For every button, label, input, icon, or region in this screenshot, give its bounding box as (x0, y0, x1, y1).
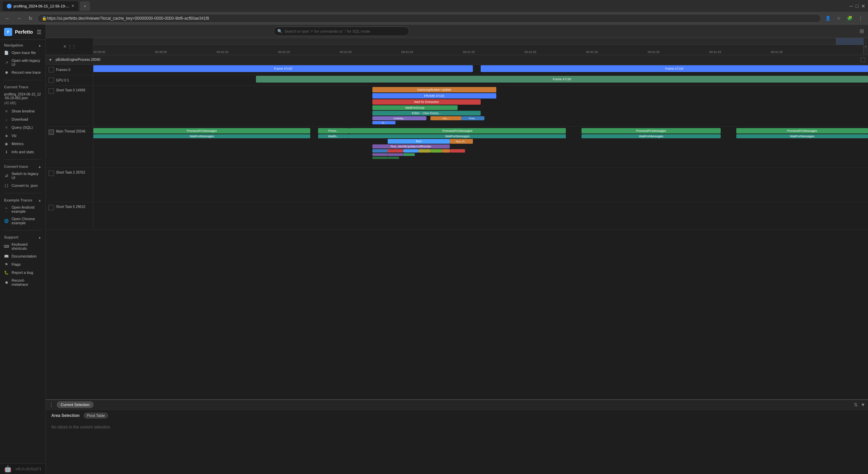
bar-sha-b[interactable] (388, 153, 403, 156)
short2-canvas[interactable] (93, 168, 868, 202)
bar-d3[interactable] (442, 149, 450, 153)
sidebar-item-keyboard[interactable]: ⌨ Keyboard shortcuts (0, 241, 45, 252)
menu-btn[interactable]: ⋮ (856, 14, 865, 23)
sidebar-item-info-stats[interactable]: ℹ Info and stats (0, 148, 45, 156)
filter-icon[interactable]: ⇅ (854, 402, 858, 407)
frame-bar-47134[interactable]: Frame 47134 (481, 65, 868, 72)
bar-proc-mid[interactable]: Proce... (318, 128, 349, 134)
sidebar-item-viz[interactable]: ◈ Viz (0, 131, 45, 140)
current-selection-tab[interactable]: Current Selection (57, 401, 94, 408)
bar-waitfor4[interactable]: WaitForMessages (736, 134, 868, 138)
bar-waitfor-mid[interactable]: Waitfo... (318, 134, 349, 138)
new-tab-btn[interactable]: + (80, 1, 90, 11)
hamburger-btn[interactable]: ☰ (37, 29, 41, 35)
bar-run[interactable]: Run (388, 139, 450, 144)
bar-ipc3[interactable]: ProcessIPCMessages (581, 128, 721, 134)
sidebar-item-flags[interactable]: ⚑ Flags (0, 260, 45, 268)
gpu-pin[interactable] (49, 77, 54, 83)
bar-runfin[interactable]: Run_Fi... (450, 139, 473, 144)
bar-waitfor3[interactable]: WaitForMessages (581, 134, 721, 138)
track-row-short6: Short Task 6 29610 (46, 202, 868, 230)
bar-red1[interactable] (403, 149, 419, 153)
bar-d2[interactable] (430, 149, 442, 153)
expand-down-icon[interactable]: ▼ (861, 402, 865, 407)
bar-gameapp[interactable]: GameApplication Update (372, 87, 496, 92)
collapse-arrow[interactable]: ▼ (49, 58, 52, 62)
main-pin[interactable] (49, 129, 54, 135)
convert-toggle[interactable]: ▲ (38, 165, 41, 169)
bar-waitforgroup[interactable]: WaitForGroup (372, 105, 458, 110)
collapse-icon[interactable]: ✕ (63, 44, 67, 49)
docs-icon: 📖 (4, 254, 9, 259)
sidebar-item-metatrace[interactable]: ⏺ Record-metatrace (0, 277, 45, 288)
track-label-frames: Frames 0 (46, 65, 93, 75)
track-scroll-area[interactable]: ▼ plEditorEngineProcess 28340 Frames 0 F… (46, 55, 868, 399)
process-group-header[interactable]: ▼ plEditorEngineProcess 28340 (46, 55, 868, 65)
sidebar-item-record[interactable]: ⏺ Record new trace (0, 68, 45, 76)
gpu-canvas[interactable]: Frame 47130 (93, 75, 868, 85)
main-canvas[interactable]: ProcessIPCMessages WaitForMessages Proce… (93, 127, 868, 168)
profile-btn[interactable]: 👤 (823, 14, 833, 23)
sidebar-item-switch-legacy[interactable]: ⇄ Switch to legacy UI (0, 170, 45, 181)
sidebar-item-convert-json[interactable]: { } Convert to .json (0, 181, 45, 190)
sidebar-item-download[interactable]: ↓ Download (0, 115, 45, 123)
bar-frame47132[interactable]: FRAME 47132 (372, 93, 496, 99)
bar-editorview[interactable]: Editor - View Extrac... (372, 111, 481, 116)
sidebar-item-chrome[interactable]: 🌐 Open Chrome example (0, 215, 45, 227)
bar-ipc4[interactable]: ProcessIPCMessages (736, 128, 868, 134)
nav-toggle[interactable]: ▲ (38, 43, 41, 47)
sidebar-item-report-bug[interactable]: 🐛 Report a bug (0, 268, 45, 277)
short0-canvas[interactable]: GameApplication Update FRAME 47132 Wait … (93, 86, 868, 126)
pivot-table-btn[interactable]: Pivot Table (84, 412, 109, 419)
short2-pin[interactable] (49, 171, 54, 176)
short0-pin[interactable] (49, 88, 54, 94)
sidebar-item-docs[interactable]: 📖 Documentation (0, 252, 45, 260)
bar-ipc2[interactable]: ProcessIPCMessages (349, 128, 566, 134)
frame-bar-47133[interactable]: Frame 47133 (93, 65, 473, 72)
process-pin[interactable] (861, 57, 865, 62)
bar-waitextraction[interactable]: Wait for Extraction (372, 99, 481, 105)
short6-canvas[interactable] (93, 202, 868, 229)
active-tab[interactable]: profiling_2024-06-15_12-56-19-... ✕ (3, 1, 78, 11)
bar-waitfor1[interactable]: WaitForMessages (93, 134, 310, 138)
bar-post[interactable]: Post... (461, 116, 484, 120)
gpu-bar-47130[interactable]: Frame 47130 (256, 76, 868, 83)
sidebar-item-show-timeline[interactable]: ≡ Show timeline (0, 107, 45, 115)
bookmark-btn[interactable]: ☆ (834, 14, 844, 23)
bar-runworld[interactable]: Run_WorldUpdateAndRender (372, 144, 450, 148)
reload-btn[interactable]: ↻ (26, 14, 35, 23)
sidebar-item-query[interactable]: ⌗ Query (SQL) (0, 123, 45, 131)
examples-toggle[interactable]: ▲ (38, 198, 41, 202)
bar-sha-a[interactable] (372, 153, 388, 156)
bar-sha1[interactable] (388, 149, 403, 153)
expand-icon[interactable]: ⋮⋮ (68, 44, 76, 49)
frames-canvas[interactable]: Frame 47133 Frame 47134 (93, 65, 868, 75)
sidebar-item-android[interactable]: 📱 Open Android example (0, 204, 45, 215)
extensions-btn[interactable]: 🧩 (845, 14, 854, 23)
bottom-dots-menu[interactable]: ⋮ (49, 402, 54, 408)
bar-visibility[interactable]: Visibility... (372, 116, 427, 120)
sidebar-item-metrics[interactable]: ◉ Metrics (0, 140, 45, 148)
tab-close-btn[interactable]: ✕ (71, 4, 74, 8)
short6-pin[interactable] (49, 205, 54, 210)
bar-clu[interactable]: Clu... (430, 116, 461, 120)
version-footer: 🤖 v45.0-c3c32a371 (0, 463, 45, 474)
nav-actions: 👤 ☆ 🧩 ⋮ (823, 14, 865, 23)
bar-d[interactable]: D... (372, 121, 395, 124)
bar-ipc1[interactable]: ProcessIPCMessages (93, 128, 310, 134)
bar-waitfor2[interactable]: WaitForMessages (349, 134, 566, 138)
sidebar-item-open-trace[interactable]: 📄 Open trace file (0, 49, 45, 57)
search-bar[interactable]: 🔍 Search or type '>' for commands or ':'… (274, 27, 409, 36)
bar-dir1[interactable] (372, 149, 388, 153)
support-toggle[interactable]: ▲ (38, 235, 41, 239)
url-bar[interactable]: 🔒 https://ui.perfetto.dev/#viewer?local_… (37, 14, 821, 23)
frames-pin[interactable] (49, 67, 54, 72)
bar-d1[interactable] (419, 149, 430, 153)
back-btn[interactable]: ← (3, 14, 12, 23)
v-scroll-top[interactable]: ▲ (863, 38, 868, 55)
sidebar-item-open-legacy[interactable]: ↗ Open with legacy UI (0, 57, 45, 68)
sidebar-right-icon[interactable]: ⊞ (860, 28, 864, 34)
examples-section: Example Traces ▲ 📱 Open Android example … (0, 195, 45, 229)
bar-editorv[interactable] (450, 149, 465, 153)
forward-btn[interactable]: → (14, 14, 24, 23)
